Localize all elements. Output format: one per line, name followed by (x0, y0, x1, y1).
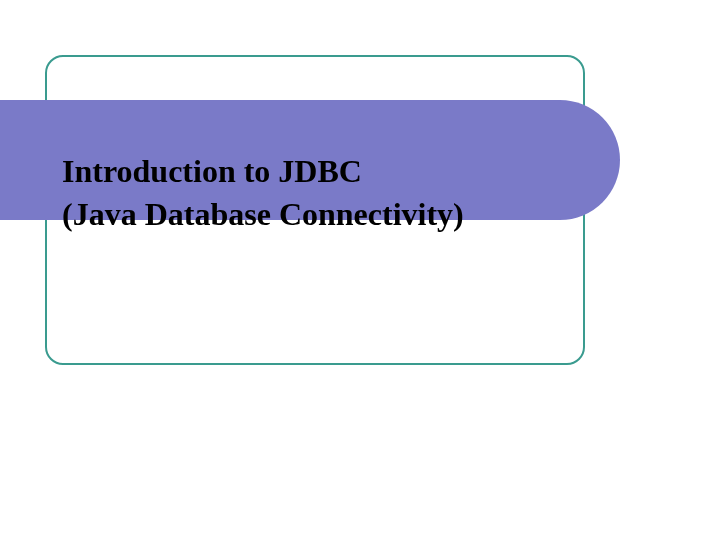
title-line-2: (Java Database Connectivity) (62, 193, 464, 236)
slide-container: Introduction to JDBC (Java Database Conn… (0, 0, 720, 540)
title-line-1: Introduction to JDBC (62, 150, 464, 193)
slide-title: Introduction to JDBC (Java Database Conn… (62, 150, 464, 236)
